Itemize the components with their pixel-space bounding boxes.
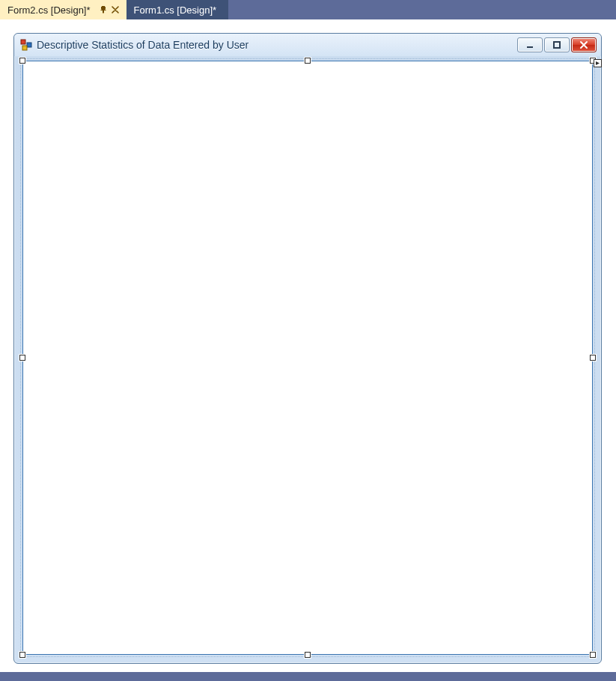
form-client-area[interactable] [22, 61, 593, 655]
pin-icon[interactable] [98, 4, 109, 15]
resize-handle-middle-left[interactable] [19, 355, 25, 361]
form-title: Descriptive Statistics of Data Entered b… [37, 39, 517, 51]
svg-rect-2 [22, 46, 27, 50]
resize-handle-bottom-middle[interactable] [305, 652, 311, 658]
svg-rect-0 [21, 40, 25, 44]
form-icon [20, 39, 32, 51]
document-tab-strip: Form2.cs [Design]* Form1.cs [Design]* [0, 0, 616, 19]
resize-handle-bottom-right[interactable] [590, 652, 596, 658]
form-preview[interactable]: Descriptive Statistics of Data Entered b… [13, 33, 602, 664]
shell-bottom-strip [0, 672, 616, 681]
resize-handle-top-left[interactable] [19, 58, 25, 64]
smart-tag-arrow-icon[interactable] [594, 59, 602, 67]
form-titlebar[interactable]: Descriptive Statistics of Data Entered b… [14, 34, 601, 56]
minimize-button[interactable] [517, 37, 543, 52]
svg-rect-1 [27, 43, 31, 47]
tab-form1-design[interactable]: Form1.cs [Design]* [126, 0, 229, 19]
svg-rect-4 [554, 42, 560, 48]
window-control-buttons [517, 37, 597, 52]
designer-viewport: Descriptive Statistics of Data Entered b… [0, 19, 616, 681]
tab-label: Form2.cs [Design]* [7, 4, 91, 16]
svg-rect-3 [527, 46, 533, 48]
maximize-button[interactable] [544, 37, 570, 52]
resize-handle-top-middle[interactable] [305, 58, 311, 64]
resize-handle-bottom-left[interactable] [19, 652, 25, 658]
designer-canvas[interactable]: Descriptive Statistics of Data Entered b… [13, 33, 602, 668]
tab-form2-design[interactable]: Form2.cs [Design]* [0, 0, 126, 19]
close-icon[interactable] [110, 4, 121, 15]
close-button[interactable] [571, 37, 597, 52]
tab-label: Form1.cs [Design]* [134, 4, 217, 16]
resize-handle-middle-right[interactable] [590, 355, 596, 361]
